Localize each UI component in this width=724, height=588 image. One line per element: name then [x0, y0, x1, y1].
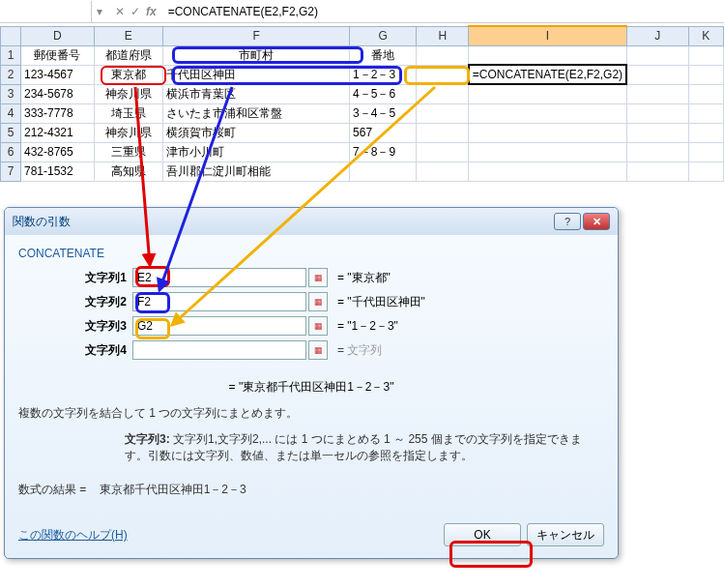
row-header-5[interactable]: 5 [1, 123, 21, 142]
row-header-7[interactable]: 7 [1, 162, 21, 181]
help-icon[interactable]: ? [554, 213, 581, 230]
cell-D1[interactable]: 郵便番号 [20, 45, 94, 65]
formula-result-line: 数式の結果 = 東京都千代田区神田1－2－3 [18, 482, 604, 498]
cell-H6[interactable] [417, 142, 469, 162]
cell-D7[interactable]: 781-1532 [20, 162, 94, 181]
cell-K1[interactable] [688, 45, 723, 65]
cell-I2[interactable]: =CONCATENATE(E2,F2,G2) [469, 65, 626, 84]
cell-I7[interactable] [469, 162, 626, 181]
cell-E5[interactable]: 神奈川県 [94, 123, 163, 142]
cell-E3[interactable]: 神奈川県 [94, 84, 163, 103]
name-box[interactable] [0, 1, 92, 22]
cell-I4[interactable] [469, 103, 626, 123]
cell-G5[interactable]: 567 [350, 123, 417, 142]
cell-F3[interactable]: 横浜市青葉区 [163, 84, 350, 103]
cell-D2[interactable]: 123-4567 [20, 65, 94, 84]
col-header-H[interactable]: H [417, 26, 469, 45]
cell-G3[interactable]: 4－5－6 [350, 84, 417, 103]
cell-F6[interactable]: 津市小川町 [163, 142, 350, 162]
arg3-result: = "1－2－3" [337, 319, 398, 333]
dialog-titlebar[interactable]: 関数の引数 ? ✕ [5, 208, 618, 235]
cell-K4[interactable] [688, 103, 723, 123]
cell-G7[interactable] [350, 162, 417, 181]
col-header-I[interactable]: I [469, 26, 626, 45]
arg3-input[interactable]: G2 [132, 316, 306, 336]
cell-J1[interactable] [626, 45, 688, 65]
col-header-E[interactable]: E [94, 26, 163, 45]
cell-D6[interactable]: 432-8765 [20, 142, 94, 162]
cell-E6[interactable]: 三重県 [94, 142, 163, 162]
cell-F5[interactable]: 横須賀市桜町 [163, 123, 350, 142]
cell-K7[interactable] [688, 162, 723, 181]
cell-K2[interactable] [688, 65, 723, 84]
cell-F2[interactable]: 千代田区神田 [163, 65, 350, 84]
cell-I6[interactable] [469, 142, 626, 162]
cell-E1[interactable]: 都道府県 [94, 45, 163, 65]
arg1-input[interactable]: E2 [132, 268, 306, 287]
cell-H2[interactable] [417, 65, 469, 84]
ok-button[interactable]: OK [444, 523, 521, 546]
name-box-dropdown[interactable]: ▾ [92, 5, 107, 18]
enter-icon[interactable]: ✓ [130, 5, 140, 18]
cell-J3[interactable] [626, 84, 688, 103]
cell-J6[interactable] [626, 142, 688, 162]
arg4-result-eq: = [337, 343, 347, 357]
row-header-3[interactable]: 3 [1, 84, 21, 103]
cell-K3[interactable] [688, 84, 723, 103]
cell-G2[interactable]: 1－2－3 [350, 65, 417, 84]
cell-J5[interactable] [626, 123, 688, 142]
fx-icon[interactable]: fx [146, 5, 157, 18]
collapse-dialog-icon[interactable]: ▦ [308, 316, 328, 336]
row-header-1[interactable]: 1 [1, 45, 21, 65]
cell-H3[interactable] [417, 84, 469, 103]
row-header-6[interactable]: 6 [1, 142, 21, 162]
reference-bar: ▾ ✕ ✓ fx =CONCATENATE(E2,F2,G2) [0, 0, 724, 23]
col-header-J[interactable]: J [626, 26, 688, 45]
cancel-icon[interactable]: ✕ [115, 5, 125, 18]
dialog-title: 関数の引数 [13, 214, 554, 230]
col-header-G[interactable]: G [350, 26, 417, 45]
select-all-corner[interactable] [1, 26, 21, 45]
cell-K5[interactable] [688, 123, 723, 142]
col-header-D[interactable]: D [20, 26, 94, 45]
formula-bar-input[interactable]: =CONCATENATE(E2,F2,G2) [164, 1, 724, 22]
cell-F7[interactable]: 吾川郡仁淀川町相能 [163, 162, 350, 181]
cell-H5[interactable] [417, 123, 469, 142]
cell-G1[interactable]: 番地 [350, 45, 417, 65]
cell-J7[interactable] [626, 162, 688, 181]
cell-I3[interactable] [469, 84, 626, 103]
collapse-dialog-icon[interactable]: ▦ [308, 268, 328, 287]
worksheet-grid[interactable]: D E F G H I J K 1 郵便番号 都道府県 市町村 番地 2 123… [0, 25, 724, 182]
close-icon[interactable]: ✕ [583, 213, 610, 230]
cell-H7[interactable] [417, 162, 469, 181]
cell-D3[interactable]: 234-5678 [20, 84, 94, 103]
cell-E7[interactable]: 高知県 [94, 162, 163, 181]
cell-F4[interactable]: さいたま市浦和区常盤 [163, 103, 350, 123]
cell-H1[interactable] [417, 45, 469, 65]
col-header-K[interactable]: K [688, 26, 723, 45]
cell-J2[interactable] [626, 65, 688, 84]
function-arguments-dialog: 関数の引数 ? ✕ CONCATENATE 文字列1 E2 ▦ = "東京都" … [4, 207, 619, 559]
cell-G6[interactable]: 7－8－9 [350, 142, 417, 162]
arg4-input[interactable] [132, 340, 306, 360]
row-header-4[interactable]: 4 [1, 103, 21, 123]
row-header-2[interactable]: 2 [1, 65, 21, 84]
cell-J4[interactable] [626, 103, 688, 123]
cell-G4[interactable]: 3－4－5 [350, 103, 417, 123]
col-header-F[interactable]: F [163, 26, 350, 45]
cell-D4[interactable]: 333-7778 [20, 103, 94, 123]
help-link[interactable]: この関数のヘルプ(H) [18, 527, 438, 544]
cell-I1[interactable] [469, 45, 626, 65]
collapse-dialog-icon[interactable]: ▦ [308, 292, 328, 311]
cell-I5[interactable] [469, 123, 626, 142]
cell-E2[interactable]: 東京都 [94, 65, 163, 84]
cell-D5[interactable]: 212-4321 [20, 123, 94, 142]
cell-F1[interactable]: 市町村 [163, 45, 350, 65]
collapse-dialog-icon[interactable]: ▦ [308, 340, 328, 360]
cell-K6[interactable] [688, 142, 723, 162]
cell-E4[interactable]: 埼玉県 [94, 103, 163, 123]
cell-H4[interactable] [417, 103, 469, 123]
cancel-button[interactable]: キャンセル [527, 523, 604, 546]
arg2-input[interactable]: F2 [132, 292, 306, 311]
overall-result: = "東京都千代田区神田1－2－3" [18, 379, 604, 396]
